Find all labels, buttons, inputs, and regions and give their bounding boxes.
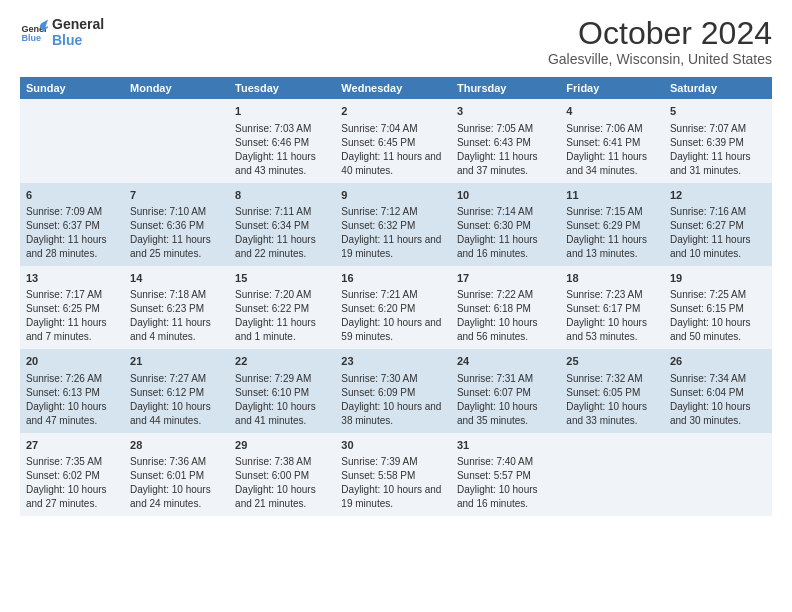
day-info: Daylight: 10 hours and 27 minutes. [26, 483, 118, 511]
day-number: 31 [457, 438, 554, 453]
title-block: October 2024 Galesville, Wisconsin, Unit… [548, 16, 772, 67]
day-info: Sunset: 6:15 PM [670, 302, 766, 316]
day-info: Sunset: 6:41 PM [566, 136, 658, 150]
day-number: 14 [130, 271, 223, 286]
day-info: Daylight: 11 hours and 37 minutes. [457, 150, 554, 178]
calendar-cell: 10Sunrise: 7:14 AMSunset: 6:30 PMDayligh… [451, 183, 560, 266]
calendar-cell: 23Sunrise: 7:30 AMSunset: 6:09 PMDayligh… [335, 349, 451, 432]
day-number: 1 [235, 104, 329, 119]
day-info: Sunset: 6:36 PM [130, 219, 223, 233]
day-info: Daylight: 10 hours and 35 minutes. [457, 400, 554, 428]
day-info: Daylight: 10 hours and 33 minutes. [566, 400, 658, 428]
day-info: Sunset: 6:46 PM [235, 136, 329, 150]
day-info: Daylight: 10 hours and 47 minutes. [26, 400, 118, 428]
col-sunday: Sunday [20, 77, 124, 99]
location-subtitle: Galesville, Wisconsin, United States [548, 51, 772, 67]
day-info: Daylight: 11 hours and 28 minutes. [26, 233, 118, 261]
logo-line1: General [52, 16, 104, 32]
day-info: Sunrise: 7:26 AM [26, 372, 118, 386]
day-info: Sunset: 6:30 PM [457, 219, 554, 233]
day-info: Sunset: 5:58 PM [341, 469, 445, 483]
logo-line2: Blue [52, 32, 104, 48]
col-thursday: Thursday [451, 77, 560, 99]
calendar-week-row: 13Sunrise: 7:17 AMSunset: 6:25 PMDayligh… [20, 266, 772, 349]
day-number: 9 [341, 188, 445, 203]
weekday-header-row: Sunday Monday Tuesday Wednesday Thursday… [20, 77, 772, 99]
day-info: Sunrise: 7:21 AM [341, 288, 445, 302]
day-number: 19 [670, 271, 766, 286]
day-number: 23 [341, 354, 445, 369]
day-info: Sunset: 6:09 PM [341, 386, 445, 400]
day-info: Sunset: 6:39 PM [670, 136, 766, 150]
day-info: Daylight: 10 hours and 41 minutes. [235, 400, 329, 428]
calendar-cell: 31Sunrise: 7:40 AMSunset: 5:57 PMDayligh… [451, 433, 560, 516]
col-wednesday: Wednesday [335, 77, 451, 99]
day-info: Sunrise: 7:11 AM [235, 205, 329, 219]
day-info: Sunrise: 7:04 AM [341, 122, 445, 136]
calendar-cell: 26Sunrise: 7:34 AMSunset: 6:04 PMDayligh… [664, 349, 772, 432]
calendar-cell: 11Sunrise: 7:15 AMSunset: 6:29 PMDayligh… [560, 183, 664, 266]
day-info: Sunrise: 7:14 AM [457, 205, 554, 219]
day-number: 12 [670, 188, 766, 203]
col-friday: Friday [560, 77, 664, 99]
day-info: Daylight: 11 hours and 22 minutes. [235, 233, 329, 261]
calendar-cell: 3Sunrise: 7:05 AMSunset: 6:43 PMDaylight… [451, 99, 560, 182]
day-info: Sunset: 6:29 PM [566, 219, 658, 233]
day-info: Daylight: 10 hours and 16 minutes. [457, 483, 554, 511]
day-info: Sunrise: 7:25 AM [670, 288, 766, 302]
day-info: Daylight: 10 hours and 30 minutes. [670, 400, 766, 428]
day-number: 30 [341, 438, 445, 453]
day-info: Sunrise: 7:07 AM [670, 122, 766, 136]
calendar-cell [560, 433, 664, 516]
day-info: Sunrise: 7:27 AM [130, 372, 223, 386]
svg-text:Blue: Blue [21, 33, 41, 43]
day-number: 15 [235, 271, 329, 286]
calendar-cell: 25Sunrise: 7:32 AMSunset: 6:05 PMDayligh… [560, 349, 664, 432]
day-number: 6 [26, 188, 118, 203]
calendar-cell [124, 99, 229, 182]
calendar-cell [20, 99, 124, 182]
day-info: Sunrise: 7:32 AM [566, 372, 658, 386]
day-info: Daylight: 11 hours and 25 minutes. [130, 233, 223, 261]
day-info: Daylight: 10 hours and 59 minutes. [341, 316, 445, 344]
day-number: 13 [26, 271, 118, 286]
calendar-cell: 8Sunrise: 7:11 AMSunset: 6:34 PMDaylight… [229, 183, 335, 266]
logo: General Blue General Blue [20, 16, 104, 48]
day-number: 16 [341, 271, 445, 286]
calendar-week-row: 20Sunrise: 7:26 AMSunset: 6:13 PMDayligh… [20, 349, 772, 432]
day-info: Sunset: 6:22 PM [235, 302, 329, 316]
day-info: Sunset: 6:20 PM [341, 302, 445, 316]
day-info: Daylight: 11 hours and 43 minutes. [235, 150, 329, 178]
calendar-cell: 1Sunrise: 7:03 AMSunset: 6:46 PMDaylight… [229, 99, 335, 182]
day-info: Sunset: 5:57 PM [457, 469, 554, 483]
day-info: Sunrise: 7:35 AM [26, 455, 118, 469]
day-info: Daylight: 11 hours and 1 minute. [235, 316, 329, 344]
day-info: Sunset: 6:02 PM [26, 469, 118, 483]
day-info: Daylight: 10 hours and 53 minutes. [566, 316, 658, 344]
day-info: Sunset: 6:00 PM [235, 469, 329, 483]
day-info: Sunrise: 7:38 AM [235, 455, 329, 469]
day-number: 29 [235, 438, 329, 453]
day-info: Sunrise: 7:10 AM [130, 205, 223, 219]
page: General Blue General Blue October 2024 G… [0, 0, 792, 612]
day-info: Sunset: 6:32 PM [341, 219, 445, 233]
day-info: Sunrise: 7:36 AM [130, 455, 223, 469]
calendar-cell: 9Sunrise: 7:12 AMSunset: 6:32 PMDaylight… [335, 183, 451, 266]
day-info: Sunset: 6:07 PM [457, 386, 554, 400]
calendar-cell: 16Sunrise: 7:21 AMSunset: 6:20 PMDayligh… [335, 266, 451, 349]
calendar-cell: 6Sunrise: 7:09 AMSunset: 6:37 PMDaylight… [20, 183, 124, 266]
calendar-cell: 2Sunrise: 7:04 AMSunset: 6:45 PMDaylight… [335, 99, 451, 182]
day-info: Sunrise: 7:30 AM [341, 372, 445, 386]
calendar-cell: 21Sunrise: 7:27 AMSunset: 6:12 PMDayligh… [124, 349, 229, 432]
day-info: Daylight: 11 hours and 7 minutes. [26, 316, 118, 344]
day-info: Sunset: 6:10 PM [235, 386, 329, 400]
day-info: Sunrise: 7:03 AM [235, 122, 329, 136]
calendar-cell: 27Sunrise: 7:35 AMSunset: 6:02 PMDayligh… [20, 433, 124, 516]
day-info: Daylight: 11 hours and 34 minutes. [566, 150, 658, 178]
day-number: 8 [235, 188, 329, 203]
day-info: Sunset: 6:43 PM [457, 136, 554, 150]
day-number: 2 [341, 104, 445, 119]
day-number: 18 [566, 271, 658, 286]
day-number: 4 [566, 104, 658, 119]
day-info: Daylight: 11 hours and 19 minutes. [341, 233, 445, 261]
